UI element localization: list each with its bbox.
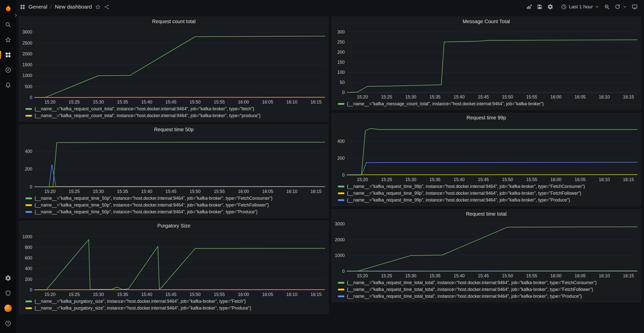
legend-item[interactable]: {__name__="kafka_request_time_99p", inst…	[338, 184, 585, 189]
x-axis-tick-label: 16:05	[262, 189, 273, 194]
series-line	[347, 162, 637, 175]
series-line	[35, 97, 325, 97]
x-axis-tick-label: 15:35	[430, 94, 441, 99]
legend-item[interactable]: {__name__="kafka_request_count_total", i…	[25, 113, 261, 118]
breadcrumb-dashboard-title[interactable]: New dashboard	[55, 4, 92, 10]
y-axis-tick-label: 100	[337, 70, 345, 75]
sidebar-item-configuration[interactable]	[0, 273, 16, 284]
refresh-interval-caret-icon[interactable]	[623, 5, 627, 9]
panel-header: Request time 50p	[19, 125, 328, 134]
sidebar-item-help[interactable]: ?	[0, 318, 16, 329]
grafana-logo-icon[interactable]	[3, 4, 13, 13]
panel-title[interactable]: Purgatory Size	[157, 223, 190, 229]
x-axis-tick-label: 16:00	[551, 94, 562, 99]
x-axis-tick-label: 15:25	[381, 94, 392, 99]
legend-item[interactable]: {__name__="kafka_request_time_total_tota…	[338, 287, 593, 292]
zoom-out-icon	[604, 4, 610, 10]
time-series-chart[interactable]: 0200400600800100015:2015:2515:3015:3515:…	[19, 230, 328, 297]
panel-title[interactable]: Request time total	[466, 211, 506, 217]
save-dashboard-button[interactable]	[535, 2, 544, 11]
legend-label: {__name__="kafka_message_count_total", i…	[347, 101, 544, 107]
favorite-star-icon[interactable]	[95, 4, 101, 10]
series-line	[347, 175, 637, 175]
legend-item[interactable]: {__name__="kafka_request_time_50p", inst…	[25, 209, 257, 215]
legend-label: {__name__="kafka_request_time_total_tota…	[347, 287, 593, 292]
x-axis-tick-label: 15:55	[526, 177, 537, 182]
y-axis-tick-label: 300	[337, 29, 345, 35]
sidebar-item-starred[interactable]	[0, 34, 16, 45]
x-axis-tick-label: 15:40	[141, 189, 152, 194]
refresh-button[interactable]	[613, 2, 629, 11]
sidebar-item-profile[interactable]	[0, 303, 16, 314]
sidebar-item-search[interactable]	[0, 19, 16, 30]
panel-title[interactable]: Request time 99p	[467, 115, 506, 121]
panel-header: Request time total	[332, 209, 641, 218]
y-axis-tick-label: 1000	[335, 253, 345, 258]
legend-color-swatch	[338, 186, 344, 187]
panel-request-time-50p: Request time 50p 020040015:2015:2515:301…	[19, 125, 329, 218]
share-icon[interactable]	[104, 4, 110, 10]
x-axis-tick-label: 15:55	[214, 99, 225, 105]
legend-item[interactable]: {__name__="kafka_request_time_50p", inst…	[25, 202, 269, 208]
x-axis-tick-label: 16:15	[311, 292, 322, 297]
dashboard-column-right: Message Count Total 05010015020025030015…	[332, 17, 641, 314]
legend-item[interactable]: {__name__="kafka_request_time_50p", inst…	[25, 195, 273, 201]
legend-item[interactable]: {__name__="kafka_request_time_total_tota…	[338, 293, 582, 299]
legend-item[interactable]: {__name__="kafka_purgatory_size", instan…	[25, 305, 251, 311]
legend-item[interactable]: {__name__="kafka_message_count_total", i…	[338, 101, 544, 107]
panel-plot-area[interactable]: 0200400600800100015:2015:2515:3015:3515:…	[19, 230, 328, 297]
panel-title[interactable]: Message Count Total	[463, 19, 510, 24]
time-series-chart[interactable]: 010002000300015:2015:2515:3015:3515:4015…	[332, 218, 641, 279]
legend-item[interactable]: {__name__="kafka_request_time_99p", inst…	[338, 190, 581, 196]
y-axis-tick-label: 400	[337, 139, 345, 144]
legend-item[interactable]: {__name__="kafka_request_time_total_tota…	[338, 280, 597, 285]
sidebar-item-dashboards[interactable]	[0, 49, 16, 60]
star-icon	[5, 37, 11, 43]
time-series-chart[interactable]: 020040015:2015:2515:3015:3515:4015:4515:…	[332, 122, 641, 183]
y-axis-tick-label: 400	[25, 149, 32, 154]
x-axis-tick-label: 15:50	[190, 99, 201, 105]
time-series-chart[interactable]: 05010015020025030015:2015:2515:3015:3515…	[332, 26, 641, 100]
y-axis-tick-label: 0	[30, 287, 32, 292]
sidebar-item-explore[interactable]	[0, 64, 16, 76]
x-axis-tick-label: 16:00	[551, 177, 562, 182]
y-axis-tick-label: 2000	[22, 51, 32, 56]
panel-plot-area[interactable]: 010002000300015:2015:2515:3015:3515:4015…	[332, 218, 641, 279]
breadcrumb-folder[interactable]: General	[28, 4, 47, 10]
x-axis-tick-label: 15:55	[214, 189, 225, 194]
dashboard-settings-button[interactable]	[545, 2, 555, 11]
dashboards-grid-icon	[20, 4, 25, 10]
legend-item[interactable]: {__name__="kafka_request_time_99p", inst…	[338, 197, 570, 203]
panel-title[interactable]: Request count total	[152, 19, 196, 24]
panel-plot-area[interactable]: 05001000150020002500300015:2015:2515:301…	[19, 26, 328, 105]
panel-plot-area[interactable]: 020040015:2015:2515:3015:3515:4015:4515:…	[332, 122, 641, 183]
sidebar-item-alerting[interactable]	[0, 80, 16, 91]
sidebar-top-group	[0, 19, 16, 91]
expand-menu-button[interactable]	[13, 13, 19, 18]
legend-item[interactable]: {__name__="kafka_purgatory_size", instan…	[25, 298, 246, 304]
time-range-picker[interactable]: Last 1 hour	[559, 2, 601, 11]
time-series-chart[interactable]: 020040015:2015:2515:3015:3515:4015:4515:…	[19, 134, 328, 194]
cycle-view-button[interactable]	[630, 2, 639, 11]
sidebar-item-server-admin[interactable]	[0, 288, 16, 299]
panel-legend: {__name__="kafka_request_count_total", i…	[19, 105, 328, 121]
y-axis-tick-label: 200	[337, 156, 345, 161]
add-panel-button[interactable]	[524, 2, 534, 11]
panel-legend: {__name__="kafka_purgatory_size", instan…	[19, 297, 328, 314]
legend-label: {__name__="kafka_purgatory_size", instan…	[35, 306, 251, 311]
y-axis-tick-label: 0	[342, 90, 345, 95]
x-axis-tick-label: 15:20	[357, 177, 368, 182]
legend-label: {__name__="kafka_request_time_total_tota…	[347, 280, 597, 285]
x-axis-tick-label: 16:10	[286, 292, 298, 297]
series-line	[347, 128, 637, 175]
panel-title[interactable]: Request time 50p	[154, 127, 194, 132]
legend-item[interactable]: {__name__="kafka_request_count_total", i…	[25, 106, 254, 112]
zoom-out-button[interactable]	[602, 2, 612, 11]
panel-plot-area[interactable]: 020040015:2015:2515:3015:3515:4015:4515:…	[19, 134, 328, 194]
time-series-chart[interactable]: 05001000150020002500300015:2015:2515:301…	[19, 26, 328, 105]
panel-plot-area[interactable]: 05010015020025030015:2015:2515:3015:3515…	[332, 26, 641, 100]
x-axis-tick-label: 15:40	[141, 292, 152, 297]
x-axis-tick-label: 15:35	[430, 177, 441, 182]
x-axis-tick-label: 15:25	[381, 177, 392, 182]
x-axis-tick-label: 15:25	[381, 273, 392, 278]
